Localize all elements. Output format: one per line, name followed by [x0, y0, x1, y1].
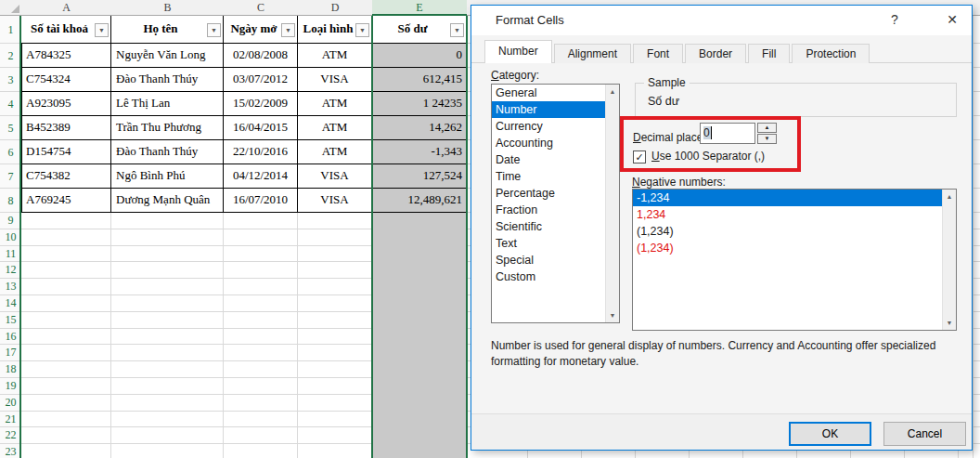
category-item-custom[interactable]: Custom [492, 268, 605, 285]
table-header-cell[interactable]: Số dư▼ [372, 16, 467, 44]
category-item-general[interactable]: General [492, 85, 605, 101]
category-item-accounting[interactable]: Accounting [492, 135, 605, 151]
column-header-e[interactable]: E [372, 0, 467, 16]
category-item-percentage[interactable]: Percentage [492, 185, 605, 202]
table-cell[interactable]: -1,343 [372, 140, 467, 164]
tab-protection[interactable]: Protection [792, 44, 870, 63]
tab-border[interactable]: Border [685, 44, 746, 63]
close-icon[interactable]: ✕ [936, 6, 968, 35]
tab-font[interactable]: Font [633, 44, 683, 63]
table-cell[interactable]: 612,415 [372, 68, 467, 92]
row-header-21[interactable]: 21 [0, 412, 21, 428]
row-header-20[interactable]: 20 [0, 395, 21, 412]
table-cell[interactable]: 1 24235 [372, 92, 467, 116]
table-cell[interactable]: 04/12/2014 [224, 164, 298, 189]
negative-format-option[interactable]: (1,234) [633, 240, 942, 256]
column-header-c[interactable]: C [224, 0, 298, 16]
select-all-corner[interactable] [0, 0, 21, 16]
category-scrollbar[interactable]: ▲ ▼ [605, 85, 619, 322]
table-cell[interactable]: A923095 [21, 92, 111, 116]
row-header-14[interactable]: 14 [0, 295, 21, 312]
row-header-8[interactable]: 8 [0, 189, 21, 213]
table-header-cell[interactable]: Loại hình▼ [298, 16, 372, 44]
tab-number[interactable]: Number [484, 40, 552, 63]
category-list[interactable]: GeneralNumberCurrencyAccountingDateTimeP… [491, 84, 620, 323]
negative-format-option[interactable]: (1,234) [633, 223, 942, 240]
scroll-down-icon[interactable]: ▼ [606, 308, 619, 322]
scroll-up-icon[interactable]: ▲ [943, 190, 956, 203]
table-cell[interactable]: Ngô Bình Phú [111, 164, 224, 189]
row-header-6[interactable]: 6 [0, 140, 21, 164]
column-header-a[interactable]: A [21, 0, 111, 16]
category-item-special[interactable]: Special [492, 252, 605, 268]
table-cell[interactable]: B452389 [21, 116, 111, 140]
filter-dropdown-button[interactable]: ▼ [95, 23, 109, 37]
column-header-b[interactable]: B [111, 0, 224, 16]
table-header-cell[interactable]: Số tài khoả▼ [21, 16, 111, 44]
cancel-button[interactable]: Cancel [883, 422, 966, 446]
category-item-number[interactable]: Number [492, 101, 605, 118]
negative-format-option[interactable]: 1,234 [633, 206, 942, 223]
table-cell[interactable]: 16/04/2015 [224, 116, 298, 140]
negative-format-option[interactable]: -1,234 [633, 190, 942, 206]
row-header-15[interactable]: 15 [0, 312, 21, 329]
filter-dropdown-button[interactable]: ▼ [207, 23, 221, 37]
row-header-22[interactable]: 22 [0, 427, 21, 444]
tab-fill[interactable]: Fill [748, 44, 790, 63]
row-header-3[interactable]: 3 [0, 68, 21, 92]
category-item-fraction[interactable]: Fraction [492, 202, 605, 218]
table-cell[interactable]: C754382 [21, 164, 111, 189]
table-cell[interactable]: 14,262 [372, 116, 467, 140]
row-header-16[interactable]: 16 [0, 329, 21, 346]
row-header-7[interactable]: 7 [0, 164, 21, 189]
row-header-11[interactable]: 11 [0, 246, 21, 263]
row-header-4[interactable]: 4 [0, 92, 21, 116]
category-item-scientific[interactable]: Scientific [492, 218, 605, 235]
category-item-text[interactable]: Text [492, 235, 605, 252]
table-cell[interactable]: Nguyễn Văn Long [111, 44, 224, 68]
table-cell[interactable]: 15/02/2009 [224, 92, 298, 116]
help-icon[interactable]: ? [881, 6, 909, 35]
table-cell[interactable]: C754324 [21, 68, 111, 92]
row-header-1[interactable]: 1 [0, 16, 21, 44]
filter-dropdown-button[interactable]: ▼ [355, 23, 369, 37]
row-header-17[interactable]: 17 [0, 345, 21, 361]
row-header-10[interactable]: 10 [0, 229, 21, 246]
table-cell[interactable]: 03/07/2012 [224, 68, 298, 92]
table-header-cell[interactable]: Họ tên▼ [111, 16, 224, 44]
row-header-19[interactable]: 19 [0, 378, 21, 395]
row-header-2[interactable]: 2 [0, 44, 21, 68]
table-cell[interactable]: VISA [298, 68, 372, 92]
row-header-23[interactable]: 23 [0, 444, 21, 458]
row-header-18[interactable]: 18 [0, 361, 21, 378]
row-header-9[interactable]: 9 [0, 213, 21, 229]
table-cell[interactable]: ATM [298, 140, 372, 164]
table-cell[interactable]: Đào Thanh Thúy [111, 140, 224, 164]
row-header-5[interactable]: 5 [0, 116, 21, 140]
table-cell[interactable]: ATM [298, 92, 372, 116]
category-item-time[interactable]: Time [492, 168, 605, 185]
table-cell[interactable]: 16/07/2010 [224, 189, 298, 213]
table-cell[interactable]: Dương Mạnh Quân [111, 189, 224, 213]
filter-dropdown-button[interactable]: ▼ [450, 23, 464, 37]
scroll-up-icon[interactable]: ▲ [606, 85, 619, 98]
tab-alignment[interactable]: Alignment [554, 44, 631, 63]
table-cell[interactable]: A784325 [21, 44, 111, 68]
table-cell[interactable]: Trần Thu Phương [111, 116, 224, 140]
scroll-down-icon[interactable]: ▼ [943, 316, 956, 330]
negative-numbers-list[interactable]: -1,2341,234(1,234)(1,234) ▲ ▼ [632, 189, 957, 331]
row-header-13[interactable]: 13 [0, 279, 21, 295]
category-item-date[interactable]: Date [492, 151, 605, 168]
table-cell[interactable]: Lê Thị Lan [111, 92, 224, 116]
filter-dropdown-button[interactable]: ▼ [281, 23, 295, 37]
table-cell[interactable]: D154754 [21, 140, 111, 164]
row-header-12[interactable]: 12 [0, 262, 21, 279]
table-cell[interactable]: 02/08/2008 [224, 44, 298, 68]
table-cell[interactable]: 127,524 [372, 164, 467, 189]
table-cell[interactable]: VISA [298, 164, 372, 189]
table-cell[interactable]: 22/10/2016 [224, 140, 298, 164]
ok-button[interactable]: OK [789, 422, 871, 446]
column-header-d[interactable]: D [298, 0, 372, 16]
table-cell[interactable]: ATM [298, 44, 372, 68]
negative-scrollbar[interactable]: ▲ ▼ [942, 190, 956, 330]
